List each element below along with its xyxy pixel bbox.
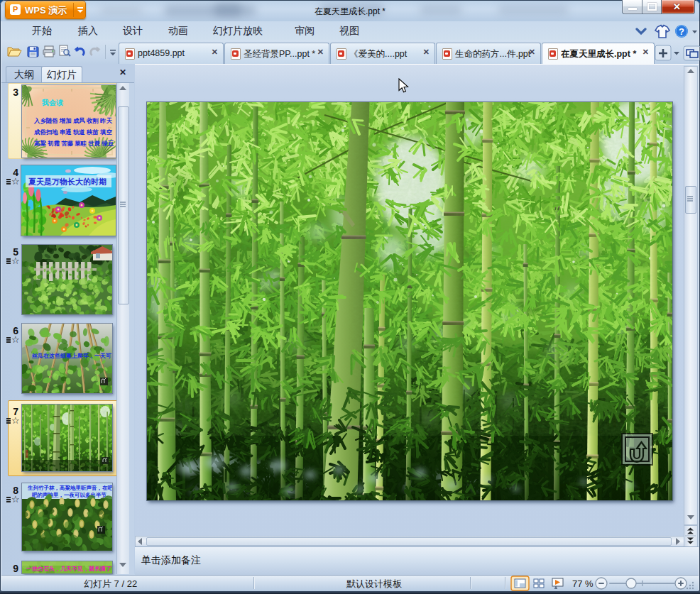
svg-text:入乡随俗 增加 成风 收割 昨天: 入乡随俗 增加 成风 收割 昨天 [33,117,112,124]
svg-text:丝瓜在这些细蔓上爬竿，一天可以长出几寸: 丝瓜在这些细蔓上爬竿，一天可以长出几寸 [31,352,112,359]
svg-text:成俗扫地 串通 轨道 秧苗 填空: 成俗扫地 串通 轨道 秧苗 填空 [33,128,112,136]
svg-text:我会读: 我会读 [41,99,63,106]
svg-text:生列竹子林，高粱地里听声音，在吧: 生列竹子林，高粱地里听声音，在吧 [27,485,112,491]
svg-text:?: ? [679,26,684,37]
svg-text:一块白石头，几天不见，就长满了苔藓.: 一块白石头，几天不见，就长满了苔藓. [26,566,112,572]
svg-text:夏天是万物长大的时期: 夏天是万物长大的时期 [28,177,106,186]
svg-text:吧的声响里，一夜可以多出半节.: 吧的声响里，一夜可以多出半节. [32,492,108,498]
svg-text:77 %: 77 % [572,578,594,589]
svg-text:高粱 初霜 苦藤 菜畦 甘蔗 绿豆: 高粱 初霜 苦藤 菜畦 甘蔗 绿豆 [34,140,114,147]
